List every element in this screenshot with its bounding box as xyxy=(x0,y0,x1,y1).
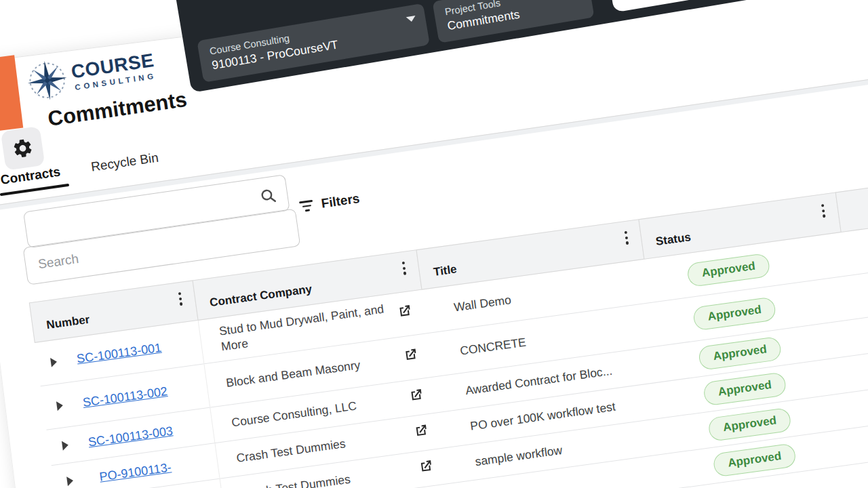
external-link-icon[interactable] xyxy=(418,458,435,479)
row-expand-arrow-icon[interactable] xyxy=(50,357,58,367)
row-expand-arrow-icon[interactable] xyxy=(62,441,69,451)
column-label: Title xyxy=(433,262,458,279)
contract-number-link[interactable]: SC-100113-002 xyxy=(82,384,168,410)
status-badge: Approved xyxy=(698,336,783,370)
company-name: Course Consulting, LLC xyxy=(231,398,357,430)
company-name: Crash Test Dummies xyxy=(240,471,351,488)
column-label: Contract Company xyxy=(209,283,313,310)
status-badge: Approved xyxy=(686,252,771,287)
external-link-icon[interactable] xyxy=(412,422,430,443)
contract-title: Wall Demo xyxy=(453,293,512,314)
company-name: Block and Beam Masonry xyxy=(225,357,361,391)
rotated-app-canvas: Course Consulting 9100113 - ProCourseVT … xyxy=(0,0,868,488)
status-badge: Approved xyxy=(712,443,797,477)
status-badge: Approved xyxy=(692,296,777,331)
external-link-icon[interactable] xyxy=(402,346,420,367)
search-placeholder: Search xyxy=(37,251,80,272)
status-badge: Approved xyxy=(703,371,787,406)
column-menu-kebab-icon[interactable] xyxy=(622,228,631,247)
external-link-icon[interactable] xyxy=(396,303,414,323)
compass-icon xyxy=(24,57,71,104)
search-icon xyxy=(258,186,278,205)
column-label: Number xyxy=(45,313,90,333)
column-menu-kebab-icon[interactable] xyxy=(399,259,409,277)
row-expand-arrow-icon[interactable] xyxy=(66,476,74,486)
tool-settings-button[interactable] xyxy=(1,126,45,171)
row-expand-arrow-icon[interactable] xyxy=(56,401,64,411)
contract-number-link[interactable]: SC-100113-003 xyxy=(87,424,174,449)
company-name: Crash Test Dummies xyxy=(235,436,347,466)
column-label: Status xyxy=(655,230,692,249)
contract-title: CONCRETE xyxy=(459,335,527,358)
external-link-icon[interactable] xyxy=(408,387,425,407)
gear-icon xyxy=(10,136,35,161)
contract-number-link[interactable]: PO-9100113- xyxy=(98,460,172,484)
filter-lines-icon xyxy=(298,200,315,213)
status-badge: Approved xyxy=(707,407,792,441)
column-menu-kebab-icon[interactable] xyxy=(818,202,828,220)
chevron-down-icon xyxy=(406,16,416,22)
column-menu-kebab-icon[interactable] xyxy=(176,290,185,308)
contract-title: sample workflow xyxy=(474,443,563,468)
contract-number-link[interactable]: SC-100113-001 xyxy=(76,340,162,366)
